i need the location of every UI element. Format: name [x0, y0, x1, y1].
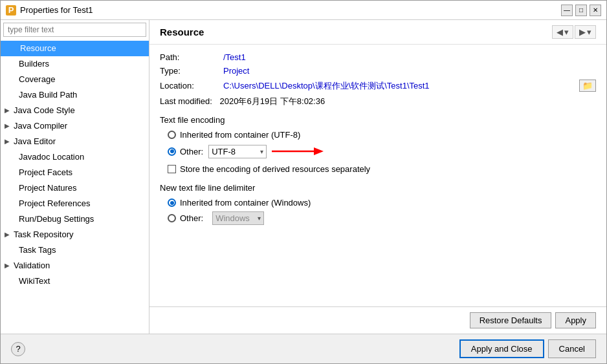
properties-dialog: P Properties for Test1 — □ ✕ Resource Bu…	[0, 0, 607, 364]
delimiter-inherited-radio[interactable]	[168, 198, 176, 207]
tree-area: Resource Builders Coverage Java Build Pa…	[1, 39, 149, 334]
nav-buttons: ◀ ▾ ▶ ▾	[552, 25, 596, 39]
sidebar-item-label: Resource	[20, 42, 56, 55]
apply-button[interactable]: Apply	[555, 312, 596, 328]
delimiter-other-row[interactable]: Other: Windows ▾	[160, 211, 596, 225]
question-mark-icon: ?	[16, 344, 20, 354]
sidebar-item-label: WikiText	[19, 275, 50, 288]
sidebar-item-label: Validation	[14, 259, 50, 272]
main-content: Path: /Test1 Type: Project Location: C:\…	[149, 45, 606, 306]
encoding-inherited-row[interactable]: Inherited from container (UTF-8)	[160, 130, 596, 140]
sidebar-item-label: Java Compiler	[14, 120, 67, 133]
location-value: C:\Users\DELL\Desktop\课程作业\软件测试\Test1\Te…	[223, 80, 575, 92]
close-button[interactable]: ✕	[590, 5, 601, 16]
maximize-button[interactable]: □	[575, 5, 587, 16]
chevron-right-icon: ▶	[5, 259, 11, 272]
chevron-right-icon: ▶	[5, 228, 11, 241]
main-bottom-panel: Restore Defaults Apply	[149, 306, 606, 334]
dialog-bottom-bar: ? Apply and Close Cancel	[1, 334, 606, 363]
nav-back-button[interactable]: ◀ ▾	[552, 25, 573, 39]
text-encoding-section: Text file encoding Inherited from contai…	[160, 115, 596, 174]
location-label: Location:	[160, 81, 218, 91]
title-bar-left: P Properties for Test1	[6, 5, 93, 16]
restore-defaults-button[interactable]: Restore Defaults	[470, 312, 552, 328]
sidebar-item-label: Run/Debug Settings	[19, 213, 94, 226]
panel-title: Resource	[160, 27, 204, 37]
sidebar-item-label: Project Facets	[19, 166, 72, 179]
sidebar-item-run-debug-settings[interactable]: Run/Debug Settings	[1, 211, 149, 227]
delimiter-other-radio[interactable]	[168, 214, 176, 222]
back-icon: ◀	[557, 27, 563, 37]
sidebar-item-project-references[interactable]: Project References	[1, 196, 149, 211]
path-label: Path:	[160, 52, 218, 62]
last-modified-value: 2020年6月19日 下午8:02:36	[220, 96, 326, 106]
sidebar-item-java-code-style[interactable]: ▶ Java Code Style	[1, 103, 149, 118]
chevron-right-icon: ▶	[5, 104, 11, 117]
svg-marker-1	[314, 147, 324, 155]
sidebar-item-builders[interactable]: Builders	[1, 56, 149, 72]
last-modified-row: Last modified: 2020年6月19日 下午8:02:36	[160, 96, 596, 107]
sidebar-item-label: Java Code Style	[14, 104, 75, 117]
encoding-value: UTF-8	[212, 147, 236, 156]
window-icon-letter: P	[8, 5, 14, 15]
encoding-other-radio[interactable]	[168, 147, 176, 156]
encoding-inherited-label: Inherited from container (UTF-8)	[180, 130, 300, 140]
type-value: Project	[223, 66, 249, 76]
last-modified-label: Last modified:	[160, 96, 212, 106]
sidebar-item-validation[interactable]: ▶ Validation	[1, 258, 149, 273]
encoding-other-row: Other: UTF-8 ▾	[160, 144, 596, 159]
forward-icon: ▶	[579, 27, 586, 37]
red-arrow-icon	[272, 144, 324, 159]
nav-forward-dropdown: ▾	[587, 27, 591, 37]
cancel-button[interactable]: Cancel	[548, 339, 596, 358]
content-area: Resource Builders Coverage Java Build Pa…	[1, 20, 606, 334]
sidebar-item-task-tags[interactable]: Task Tags	[1, 242, 149, 258]
store-encoding-label: Store the encoding of derived resources …	[180, 164, 370, 174]
title-bar: P Properties for Test1 — □ ✕	[1, 1, 606, 20]
dropdown-arrow-icon: ▾	[258, 215, 261, 222]
encoding-inherited-radio[interactable]	[168, 131, 176, 139]
help-button[interactable]: ?	[11, 342, 25, 356]
sidebar-item-label: Javadoc Location	[19, 151, 84, 164]
sidebar-item-coverage[interactable]: Coverage	[1, 72, 149, 87]
sidebar-item-java-build-path[interactable]: Java Build Path	[1, 87, 149, 103]
minimize-button[interactable]: —	[561, 5, 573, 16]
sidebar-item-project-facets[interactable]: Project Facets	[1, 165, 149, 180]
store-encoding-checkbox[interactable]	[168, 165, 176, 173]
sidebar-item-label: Builders	[19, 58, 49, 70]
window-title: Properties for Test1	[20, 5, 93, 15]
encoding-dropdown[interactable]: UTF-8 ▾	[208, 145, 267, 158]
sidebar-item-java-editor[interactable]: ▶ Java Editor	[1, 134, 149, 149]
sidebar-item-label: Project Natures	[19, 182, 77, 195]
browse-location-button[interactable]: 📁	[579, 80, 596, 92]
encoding-other-label: Other:	[180, 147, 203, 156]
sidebar-item-resource[interactable]: Resource	[1, 41, 149, 56]
line-delimiter-label: New text file line delimiter	[160, 183, 596, 193]
nav-forward-button[interactable]: ▶ ▾	[575, 25, 596, 39]
sidebar-item-label: Task Tags	[19, 244, 56, 257]
sidebar-item-label: Project References	[19, 197, 91, 210]
delimiter-other-label: Other:	[180, 213, 203, 223]
window-icon: P	[6, 5, 16, 16]
chevron-right-icon: ▶	[5, 135, 11, 148]
location-row: Location: C:\Users\DELL\Desktop\课程作业\软件测…	[160, 80, 596, 92]
delimiter-dropdown[interactable]: Windows ▾	[212, 211, 264, 225]
apply-and-close-button[interactable]: Apply and Close	[459, 339, 544, 358]
sidebar: Resource Builders Coverage Java Build Pa…	[1, 20, 149, 334]
main-header: Resource ◀ ▾ ▶ ▾	[149, 20, 606, 45]
filter-input[interactable]	[3, 23, 146, 37]
line-delimiter-section: New text file line delimiter Inherited f…	[160, 183, 596, 225]
delimiter-value: Windows	[215, 213, 250, 223]
sidebar-item-label: Task Repository	[14, 228, 73, 241]
sidebar-item-wikitext[interactable]: WikiText	[1, 273, 149, 289]
path-value: /Test1	[223, 52, 246, 62]
sidebar-item-javadoc-location[interactable]: Javadoc Location	[1, 149, 149, 165]
sidebar-item-java-compiler[interactable]: ▶ Java Compiler	[1, 118, 149, 134]
sidebar-item-task-repository[interactable]: ▶ Task Repository	[1, 227, 149, 242]
store-encoding-row[interactable]: Store the encoding of derived resources …	[160, 164, 596, 174]
dropdown-arrow-icon: ▾	[260, 148, 263, 155]
annotation-arrow	[272, 144, 324, 159]
path-row: Path: /Test1	[160, 52, 596, 62]
delimiter-inherited-row[interactable]: Inherited from container (Windows)	[160, 198, 596, 208]
sidebar-item-project-natures[interactable]: Project Natures	[1, 180, 149, 196]
